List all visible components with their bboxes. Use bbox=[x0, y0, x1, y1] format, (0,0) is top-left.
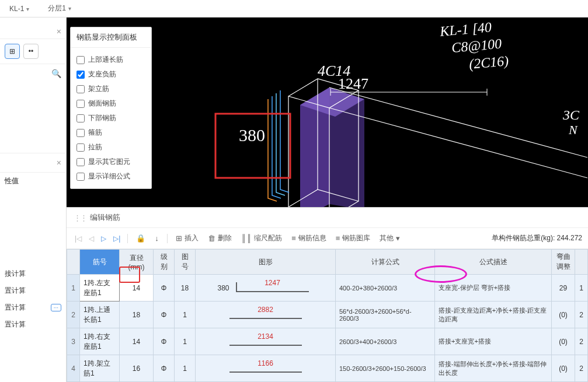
cell-level[interactable]: Φ bbox=[154, 355, 175, 382]
col-level[interactable]: 级别 bbox=[154, 250, 175, 275]
col-bend[interactable]: 弯曲调整 bbox=[552, 250, 575, 275]
check-bottom[interactable]: 下部钢筋 bbox=[76, 111, 145, 125]
cell-desc[interactable]: 支座宽-保护层 弯折+搭接 bbox=[435, 275, 552, 302]
cell-last[interactable]: 2 bbox=[575, 355, 588, 382]
cell-shape[interactable]: 2134 bbox=[196, 328, 336, 355]
table-row[interactable]: 2 1跨.上通长筋1 18 Φ 1 2882 56*d-2600/3+2600+… bbox=[67, 302, 588, 328]
col-desc[interactable]: 公式描述 bbox=[435, 250, 552, 275]
cell-bend[interactable]: (0) bbox=[552, 355, 575, 382]
delete-button[interactable]: 🗑删除 bbox=[204, 232, 235, 245]
cell-diameter[interactable]: 14 bbox=[120, 275, 154, 302]
dropdown-icon: ▾ bbox=[26, 6, 29, 12]
3d-viewport[interactable]: 钢筋显示控制面板 上部通长筋 支座负筋 架立筋 侧面钢筋 下部钢筋 箍筋 拉筋 … bbox=[67, 17, 588, 207]
cell-diameter[interactable]: 18 bbox=[120, 302, 154, 328]
table-row[interactable]: 1 1跨.左支座筋1 14 Φ 18 380 1247 400-20+380+2… bbox=[67, 275, 588, 302]
svg-line-4 bbox=[329, 87, 587, 157]
close-icon[interactable]: × bbox=[57, 158, 61, 167]
row-number: 3 bbox=[67, 328, 80, 355]
label-4c14: 4C14 bbox=[318, 62, 350, 79]
check-side[interactable]: 侧面钢筋 bbox=[76, 96, 145, 111]
check-top-long[interactable]: 上部通长筋 bbox=[76, 52, 145, 67]
lock-button[interactable]: 🔒 bbox=[133, 232, 149, 244]
tab-layer[interactable]: 分层1▾ bbox=[43, 1, 76, 16]
nav-prev-icon[interactable]: ◁ bbox=[86, 234, 96, 243]
cell-last[interactable]: 2 bbox=[575, 328, 588, 355]
tool-layout-button[interactable]: ⊞ bbox=[5, 44, 20, 59]
other-button[interactable]: 其他 ▾ bbox=[376, 232, 403, 245]
close-icon[interactable]: × bbox=[57, 27, 61, 36]
dropdown-icon: ▾ bbox=[396, 234, 400, 243]
cell-last[interactable]: 2 bbox=[575, 302, 588, 328]
library-button[interactable]: ≡钢筋图库 bbox=[332, 232, 374, 245]
cell-shape[interactable]: 1166 bbox=[196, 355, 336, 382]
cell-shape[interactable]: 380 1247 bbox=[196, 275, 336, 302]
cell-last[interactable]: 1 bbox=[575, 275, 588, 302]
export-button[interactable]: ↓ bbox=[151, 232, 162, 244]
cell-diameter[interactable]: 14 bbox=[120, 328, 154, 355]
svg-rect-6 bbox=[215, 114, 290, 178]
rebar-display-panel: 钢筋显示控制面板 上部通长筋 支座负筋 架立筋 侧面钢筋 下部钢筋 箍筋 拉筋 … bbox=[70, 27, 152, 189]
cell-name[interactable]: 1跨.左支座筋1 bbox=[80, 275, 120, 302]
cell-bend[interactable]: 29 bbox=[552, 275, 575, 302]
sidebar-item-calc4[interactable]: 置计算 bbox=[0, 316, 66, 333]
table-row[interactable]: 4 1跨.架立筋1 16 Φ 1 1166 150-2600/3+2600+15… bbox=[67, 355, 588, 382]
info-icon: ≡ bbox=[291, 234, 296, 243]
col-formula[interactable]: 计算公式 bbox=[336, 250, 435, 275]
scale-icon: ║║ bbox=[241, 234, 252, 243]
sidebar-item-calc3[interactable]: 置计算··· bbox=[0, 299, 66, 316]
cell-level[interactable]: Φ bbox=[154, 328, 175, 355]
check-support-neg[interactable]: 支座负筋 bbox=[76, 67, 145, 82]
nav-next-icon[interactable]: ▷ bbox=[99, 234, 109, 243]
rebar-table[interactable]: 筋号 直径(mm) 级别 图号 图形 计算公式 公式描述 弯曲调整 1 1跨.左… bbox=[67, 249, 588, 382]
tool-more-button[interactable]: •• bbox=[23, 44, 39, 59]
col-diameter[interactable]: 直径(mm) bbox=[120, 250, 154, 275]
cell-shape-id[interactable]: 1 bbox=[175, 355, 196, 382]
export-icon: ↓ bbox=[155, 234, 159, 243]
cell-shape-id[interactable]: 1 bbox=[175, 328, 196, 355]
cell-formula[interactable]: 400-20+380+2600/3 bbox=[336, 275, 435, 302]
drag-handle-icon[interactable]: ⋮⋮ bbox=[74, 213, 86, 222]
check-other-elem[interactable]: 显示其它图元 bbox=[76, 155, 145, 169]
cell-bend[interactable]: (0) bbox=[552, 302, 575, 328]
cell-diameter[interactable]: 16 bbox=[120, 355, 154, 382]
cell-bend[interactable]: (0) bbox=[552, 328, 575, 355]
top-bar: KL-1▾ 分层1▾ bbox=[0, 0, 588, 17]
col-shape-id[interactable]: 图号 bbox=[175, 250, 196, 275]
more-icon[interactable]: ··· bbox=[51, 304, 61, 311]
tab-kl1[interactable]: KL-1▾ bbox=[5, 2, 34, 15]
cell-desc[interactable]: 搭接-距支座边距离+净长+搭接-距支座边距离 bbox=[435, 302, 552, 328]
cell-shape[interactable]: 2882 bbox=[196, 302, 336, 328]
insert-button[interactable]: ⊞插入 bbox=[172, 232, 202, 245]
svg-text:3C: 3C bbox=[562, 107, 580, 122]
nav-first-icon[interactable]: |◁ bbox=[72, 234, 84, 243]
check-detail-formula[interactable]: 显示详细公式 bbox=[76, 169, 145, 184]
col-shape[interactable]: 图形 bbox=[196, 250, 336, 275]
nav-last-icon[interactable]: ▷| bbox=[111, 234, 123, 243]
cell-formula[interactable]: 2600/3+400+2600/3 bbox=[336, 328, 435, 355]
sidebar-item-calc2[interactable]: 置计算 bbox=[0, 282, 66, 299]
panel-title: 编辑钢筋 bbox=[90, 212, 120, 223]
cell-level[interactable]: Φ bbox=[154, 275, 175, 302]
row-number: 2 bbox=[67, 302, 80, 328]
cell-shape-id[interactable]: 18 bbox=[175, 275, 196, 302]
scale-button[interactable]: ║║缩尺配筋 bbox=[238, 232, 286, 245]
cell-desc[interactable]: 搭接+支座宽+搭接 bbox=[435, 328, 552, 355]
cell-desc[interactable]: 搭接-端部伸出长度+净长+搭接-端部伸出长度 bbox=[435, 355, 552, 382]
cell-shape-id[interactable]: 1 bbox=[175, 302, 196, 328]
check-tie[interactable]: 拉筋 bbox=[76, 140, 145, 155]
cell-formula[interactable]: 150-2600/3+2600+150-2600/3 bbox=[336, 355, 435, 382]
check-stirrup[interactable]: 箍筋 bbox=[76, 125, 145, 140]
cell-formula[interactable]: 56*d-2600/3+2600+56*d-2600/3 bbox=[336, 302, 435, 328]
sidebar-item-calc1[interactable]: 接计算 bbox=[0, 265, 66, 282]
col-name[interactable]: 筋号 bbox=[80, 250, 120, 275]
cell-name[interactable]: 1跨.右支座筋1 bbox=[80, 328, 120, 355]
info-button[interactable]: ≡钢筋信息 bbox=[288, 232, 330, 245]
cell-name[interactable]: 1跨.上通长筋1 bbox=[80, 302, 120, 328]
table-row[interactable]: 3 1跨.右支座筋1 14 Φ 1 2134 2600/3+400+2600/3… bbox=[67, 328, 588, 355]
cell-level[interactable]: Φ bbox=[154, 302, 175, 328]
search-icon[interactable]: 🔍 bbox=[51, 69, 61, 78]
insert-icon: ⊞ bbox=[176, 234, 182, 243]
row-number: 1 bbox=[67, 275, 80, 302]
check-erect[interactable]: 架立筋 bbox=[76, 82, 145, 96]
cell-name[interactable]: 1跨.架立筋1 bbox=[80, 355, 120, 382]
